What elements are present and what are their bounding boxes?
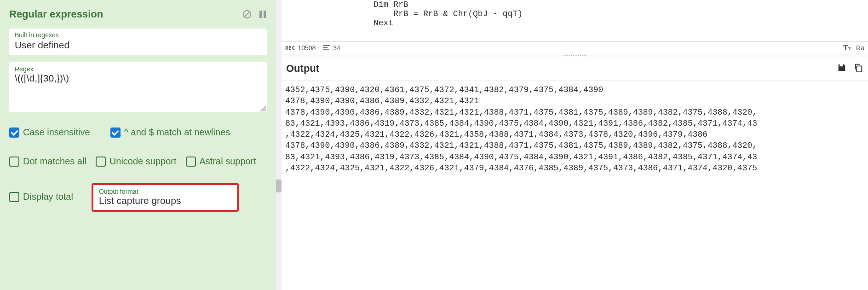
right-panel: Dim RrB RrB = RrB & Chr(QbJ - qqT) Next … [282,0,868,290]
svg-rect-3 [264,11,266,18]
svg-line-1 [245,12,250,17]
status-bar: REC 10508 34 TT Ra [282,41,868,54]
svg-line-6 [264,110,266,111]
text-size-icon[interactable]: TT [843,44,851,52]
case-insensitive-checkbox[interactable]: Case insensitive [9,127,90,138]
checkbox-checked-icon [110,128,121,138]
svg-rect-10 [857,66,862,72]
output-line: ,4322,4324,4325,4321,4322,4326,4321,4379… [285,163,757,173]
output-line: 4378,4390,4390,4386,4389,4332,4321,4321,… [285,141,757,150]
rec-icon: REC [285,45,295,51]
code-line-1: Dim RrB [374,0,408,9]
dot-matches-all-label: Dot matches all [23,156,86,167]
unicode-support-checkbox[interactable]: Unicode support [96,156,177,167]
output-header: Output [282,57,868,81]
checkbox-empty-icon [186,157,196,167]
regex-input[interactable] [15,73,261,100]
checkbox-checked-icon [9,128,19,138]
checkbox-empty-icon [9,192,19,202]
output-line: 83,4321,4393,4386,4319,4373,4385,4384,43… [285,152,757,162]
pause-icon[interactable] [259,10,267,19]
output-line: 4378,4390,4390,4386,4389,4332,4321,4321,… [285,108,757,117]
resize-handle-icon[interactable] [259,104,266,111]
regex-input-box: Regex [9,62,267,112]
panel-title: Regular expression [9,8,103,20]
output-body[interactable]: 4352,4375,4390,4320,4361,4375,4372,4341,… [282,81,868,290]
svg-rect-2 [259,11,262,18]
code-line-2: RrB = RrB & Chr(QbJ - qqT) [374,9,523,18]
copy-icon[interactable] [853,63,863,75]
disable-icon[interactable] [242,9,252,19]
output-line: 4378,4390,4390,4386,4389,4332,4321,4321 [285,96,479,105]
scrollbar-vertical[interactable] [276,0,282,290]
builtin-regex-label: Built in regexes [15,31,261,39]
bottom-row: Display total Output format List capture… [9,183,267,212]
match-newlines-label: ^ and $ match at newlines [124,127,230,138]
output-title: Output [286,63,319,75]
display-total-label: Display total [23,191,73,202]
unicode-support-label: Unicode support [109,156,177,167]
astral-support-checkbox[interactable]: Astral support [186,156,256,167]
output-format-value: List capture groups [99,195,231,206]
status-right: TT Ra [843,44,864,52]
regex-settings-panel: Regular expression Built in regexes User… [0,0,276,290]
checkbox-empty-icon [96,157,106,167]
svg-line-5 [262,108,266,111]
match-newlines-checkbox[interactable]: ^ and $ match at newlines [110,127,230,138]
output-line: ,4322,4324,4325,4321,4322,4326,4321,4358… [285,130,707,139]
lines-icon [323,44,330,52]
case-insensitive-label: Case insensitive [23,127,90,138]
save-icon[interactable] [837,63,847,75]
output-header-icons [837,63,863,75]
astral-support-label: Astral support [200,156,256,167]
output-line: 4352,4375,4390,4320,4361,4375,4372,4341,… [285,85,603,94]
regex-label: Regex [15,65,261,73]
dot-matches-all-checkbox[interactable]: Dot matches all [9,156,86,167]
rec-count-value: 10508 [298,44,316,52]
panel-header-icons [242,9,267,19]
display-total-checkbox[interactable]: Display total [9,191,73,202]
checkbox-empty-icon [9,157,19,167]
code-line-3: Next [374,18,393,28]
output-format-label: Output format [99,188,231,195]
line-count: 34 [323,44,340,52]
line-count-value: 34 [333,44,340,52]
output-format-select[interactable]: Output format List capture groups [92,183,239,212]
raw-label[interactable]: Ra [856,44,864,52]
builtin-regex-value: User defined [15,40,261,51]
code-area[interactable]: Dim RrB RrB = RrB & Chr(QbJ - qqT) Next [282,0,868,41]
panel-header: Regular expression [9,8,267,20]
record-count: REC 10508 [285,44,316,52]
check-row-2: Dot matches all Unicode support Astral s… [9,156,267,167]
output-line: 83,4321,4393,4386,4319,4373,4385,4384,43… [285,119,757,128]
builtin-regex-select[interactable]: Built in regexes User defined [9,29,267,55]
scrollbar-thumb[interactable] [276,180,282,192]
check-row-1: Case insensitive ^ and $ match at newlin… [9,127,267,138]
